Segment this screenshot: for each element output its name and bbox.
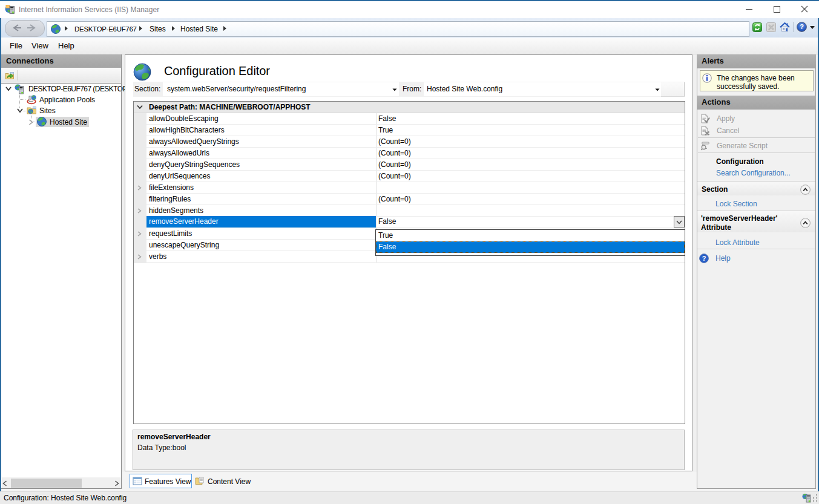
svg-text:?: ?	[800, 23, 804, 30]
svg-text:?: ?	[702, 255, 706, 262]
